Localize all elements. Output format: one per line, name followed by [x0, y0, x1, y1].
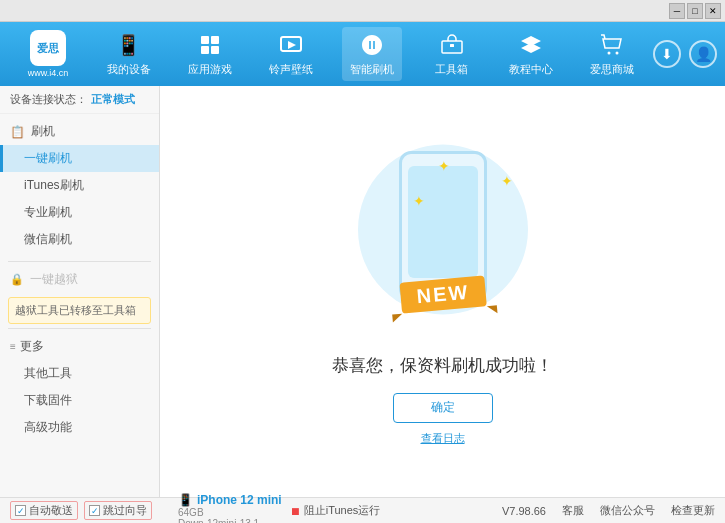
stop-label: 阻止iTunes运行 — [304, 503, 381, 518]
maximize-button[interactable]: □ — [687, 3, 703, 19]
nav-ringtones[interactable]: 铃声壁纸 — [261, 27, 321, 81]
device-storage: 64GB — [178, 507, 282, 518]
version-label: V7.98.66 — [502, 505, 546, 517]
close-button[interactable]: ✕ — [705, 3, 721, 19]
logo-url: www.i4.cn — [28, 68, 69, 78]
sparkle-1: ✦ — [438, 158, 450, 174]
download-firmware-label: 下载固件 — [24, 393, 72, 407]
phone-screen — [408, 166, 478, 278]
more-label: 更多 — [20, 338, 44, 355]
success-title: 恭喜您，保资料刷机成功啦！ — [332, 354, 553, 377]
sparkle-2: ✦ — [501, 173, 513, 189]
ringtones-icon — [277, 31, 305, 59]
nav-my-device[interactable]: 📱 我的设备 — [99, 27, 159, 81]
goto-link[interactable]: 查看日志 — [421, 431, 465, 446]
window-controls[interactable]: ─ □ ✕ — [669, 3, 721, 19]
nav-store-label: 爱思商城 — [590, 62, 634, 77]
svg-rect-2 — [201, 46, 209, 54]
device-status: 设备连接状态： 正常模式 — [0, 86, 159, 114]
more-icon: ≡ — [10, 341, 16, 352]
svg-rect-0 — [201, 36, 209, 44]
title-bar: ─ □ ✕ — [0, 0, 725, 22]
auto-send-checkbox[interactable]: 自动敬送 — [10, 501, 78, 520]
auto-send-label: 自动敬送 — [29, 503, 73, 518]
smart-flash-icon — [358, 31, 386, 59]
account-button[interactable]: 👤 — [689, 40, 717, 68]
advanced-label: 高级功能 — [24, 420, 72, 434]
nav-toolbox[interactable]: 工具箱 — [424, 27, 480, 81]
sidebar-item-pro-flash[interactable]: 专业刷机 — [0, 199, 159, 226]
wechat-link[interactable]: 微信公众号 — [600, 503, 655, 518]
sidebar-item-itunes-flash[interactable]: iTunes刷机 — [0, 172, 159, 199]
jailbreak-warning: 越狱工具已转移至工具箱 — [8, 297, 151, 324]
service-link[interactable]: 客服 — [562, 503, 584, 518]
status-value: 正常模式 — [91, 92, 135, 107]
sidebar-item-wechat-flash[interactable]: 微信刷机 — [0, 226, 159, 253]
sidebar: 设备连接状态： 正常模式 📋 刷机 一键刷机 iTunes刷机 专业刷机 微信刷… — [0, 86, 160, 497]
status-label: 设备连接状态： — [10, 92, 87, 107]
success-illustration: NEW ✦ ✦ ✦ — [343, 138, 543, 338]
auto-send-check[interactable] — [15, 505, 26, 516]
divider-1 — [8, 261, 151, 262]
my-device-icon: 📱 — [115, 31, 143, 59]
bottom-bar: 自动敬送 跳过向导 📱 iPhone 12 mini 64GB Down-12m… — [0, 497, 725, 523]
nav-tutorial-label: 教程中心 — [509, 62, 553, 77]
nav-ringtones-label: 铃声壁纸 — [269, 62, 313, 77]
device-icon: 📱 — [178, 493, 193, 507]
svg-rect-7 — [450, 44, 454, 47]
device-info: 📱 iPhone 12 mini 64GB Down-12mini-13,1 — [170, 493, 290, 524]
update-link[interactable]: 检查更新 — [671, 503, 715, 518]
bottom-center: ⏹ 阻止iTunes运行 — [290, 503, 502, 518]
header-right: ⬇ 👤 — [653, 40, 717, 68]
nav-smart-flash[interactable]: 智能刷机 — [342, 27, 402, 81]
sidebar-item-one-click-flash[interactable]: 一键刷机 — [0, 145, 159, 172]
svg-point-8 — [608, 52, 611, 55]
device-name: 📱 iPhone 12 mini — [178, 493, 282, 507]
bottom-left: 自动敬送 跳过向导 — [10, 501, 170, 520]
sidebar-item-other-tools[interactable]: 其他工具 — [0, 360, 159, 387]
nav-tutorial[interactable]: 教程中心 — [501, 27, 561, 81]
jailbreak-header: 🔒 一键越狱 — [0, 266, 159, 293]
content: 设备连接状态： 正常模式 📋 刷机 一键刷机 iTunes刷机 专业刷机 微信刷… — [0, 86, 725, 497]
store-icon — [598, 31, 626, 59]
pro-flash-label: 专业刷机 — [24, 205, 72, 219]
svg-rect-3 — [211, 46, 219, 54]
sidebar-item-advanced[interactable]: 高级功能 — [0, 414, 159, 441]
download-button[interactable]: ⬇ — [653, 40, 681, 68]
nav-smart-flash-label: 智能刷机 — [350, 62, 394, 77]
more-header: ≡ 更多 — [0, 333, 159, 360]
sparkle-3: ✦ — [413, 193, 425, 209]
header: 爱思 www.i4.cn 📱 我的设备 应用游戏 铃声壁纸 智能刷机 — [0, 22, 725, 86]
apps-games-icon — [196, 31, 224, 59]
confirm-button[interactable]: 确定 — [393, 393, 493, 423]
nav-toolbox-label: 工具箱 — [435, 62, 468, 77]
nav: 📱 我的设备 应用游戏 铃声壁纸 智能刷机 工具箱 — [88, 27, 653, 81]
device-name-text: iPhone 12 mini — [197, 493, 282, 507]
stop-itunes[interactable]: ⏹ 阻止iTunes运行 — [290, 503, 498, 518]
stop-icon: ⏹ — [290, 505, 301, 517]
svg-rect-1 — [211, 36, 219, 44]
nav-store[interactable]: 爱思商城 — [582, 27, 642, 81]
nav-apps-games[interactable]: 应用游戏 — [180, 27, 240, 81]
toolbox-icon — [438, 31, 466, 59]
nav-my-device-label: 我的设备 — [107, 62, 151, 77]
svg-marker-5 — [288, 41, 296, 49]
minimize-button[interactable]: ─ — [669, 3, 685, 19]
skip-wizard-check[interactable] — [89, 505, 100, 516]
itunes-flash-label: iTunes刷机 — [24, 178, 84, 192]
logo-icon: 爱思 — [30, 30, 66, 66]
flash-section-icon: 📋 — [10, 125, 25, 139]
tutorial-icon — [517, 31, 545, 59]
device-model: Down-12mini-13,1 — [178, 518, 282, 524]
one-click-flash-label: 一键刷机 — [24, 151, 72, 165]
nav-apps-games-label: 应用游戏 — [188, 62, 232, 77]
skip-wizard-checkbox[interactable]: 跳过向导 — [84, 501, 152, 520]
sidebar-item-download-firmware[interactable]: 下载固件 — [0, 387, 159, 414]
divider-2 — [8, 328, 151, 329]
flash-section-header: 📋 刷机 — [0, 118, 159, 145]
flash-section: 📋 刷机 一键刷机 iTunes刷机 专业刷机 微信刷机 — [0, 114, 159, 257]
wechat-flash-label: 微信刷机 — [24, 232, 72, 246]
svg-point-9 — [616, 52, 619, 55]
skip-wizard-label: 跳过向导 — [103, 503, 147, 518]
logo[interactable]: 爱思 www.i4.cn — [8, 30, 88, 78]
